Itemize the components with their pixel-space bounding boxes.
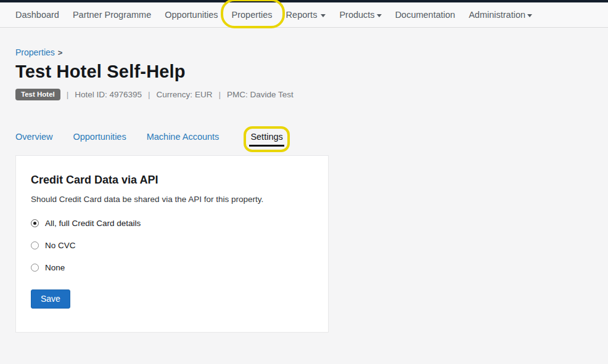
nav-item-properties[interactable]: Properties	[225, 6, 279, 23]
main-nav: Dashboard Partner Programme Opportunitie…	[0, 2, 608, 28]
nav-item-administration[interactable]: Administration	[462, 6, 539, 23]
meta-separator: |	[148, 90, 150, 99]
page-content: Properties > Test Hotel Self-Help Test H…	[0, 47, 608, 333]
tab-overview[interactable]: Overview	[15, 132, 52, 145]
radio-group-cc-sharing: All, full Credit Card details No CVC Non…	[31, 219, 313, 272]
tab-machine-accounts[interactable]: Machine Accounts	[147, 132, 220, 145]
tab-bar: Overview Opportunities Machine Accounts …	[15, 132, 608, 145]
nav-item-documentation[interactable]: Documentation	[388, 6, 462, 23]
breadcrumb-separator-icon: >	[58, 48, 63, 57]
pmc-text: PMC: Davide Test	[227, 90, 294, 99]
save-button[interactable]: Save	[31, 289, 70, 309]
radio-button[interactable]	[31, 241, 39, 249]
radio-button[interactable]	[31, 264, 39, 272]
nav-item-dashboard[interactable]: Dashboard	[9, 6, 66, 23]
meta-separator: |	[218, 90, 221, 99]
card-title: Credit Card Data via API	[31, 174, 313, 187]
card-description: Should Credit Card data be shared via th…	[31, 195, 313, 204]
chevron-down-icon	[321, 14, 326, 17]
breadcrumb: Properties >	[15, 47, 608, 57]
breadcrumb-link-properties[interactable]: Properties	[15, 47, 55, 57]
nav-item-partner-programme[interactable]: Partner Programme	[66, 6, 158, 23]
tab-opportunities[interactable]: Opportunities	[73, 132, 126, 145]
active-tab-indicator	[249, 145, 284, 147]
hotel-id-text: Hotel ID: 4976395	[75, 90, 142, 99]
tab-settings[interactable]: Settings	[250, 132, 282, 145]
radio-button[interactable]	[31, 219, 39, 227]
credit-card-settings-card: Credit Card Data via API Should Credit C…	[15, 155, 329, 333]
nav-item-reports[interactable]: Reports	[279, 6, 333, 23]
radio-option-all-full-details[interactable]: All, full Credit Card details	[31, 219, 313, 228]
chevron-down-icon	[527, 14, 532, 17]
radio-option-none[interactable]: None	[31, 263, 313, 272]
meta-separator: |	[67, 90, 69, 99]
hotel-type-badge: Test Hotel	[15, 89, 60, 100]
page-title: Test Hotel Self-Help	[15, 62, 608, 82]
radio-option-no-cvc[interactable]: No CVC	[31, 241, 313, 250]
nav-item-opportunities[interactable]: Opportunities	[158, 6, 224, 23]
chevron-down-icon	[377, 14, 382, 17]
nav-item-products[interactable]: Products	[332, 6, 388, 23]
hotel-meta-row: Test Hotel | Hotel ID: 4976395 | Currenc…	[15, 89, 608, 100]
currency-text: Currency: EUR	[157, 90, 213, 99]
